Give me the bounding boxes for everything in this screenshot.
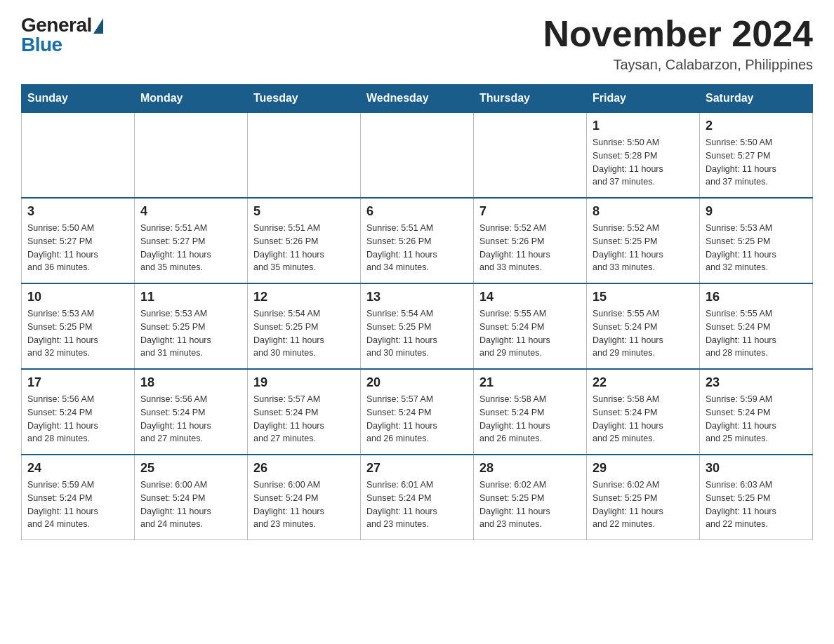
day-info: Sunrise: 5:59 AM Sunset: 5:24 PM Dayligh… [706, 393, 807, 445]
logo: General Blue [21, 14, 103, 56]
day-number: 17 [27, 375, 128, 390]
cell-content: 7Sunrise: 5:52 AM Sunset: 5:26 PM Daylig… [479, 204, 581, 274]
weekday-header-wednesday: Wednesday [361, 85, 474, 113]
cell-content: 4Sunrise: 5:51 AM Sunset: 5:27 PM Daylig… [140, 204, 241, 274]
cell-content: 20Sunrise: 5:57 AM Sunset: 5:24 PM Dayli… [366, 375, 468, 445]
day-number: 4 [140, 204, 241, 219]
weekday-header-saturday: Saturday [700, 85, 813, 113]
cell-content: 8Sunrise: 5:52 AM Sunset: 5:25 PM Daylig… [593, 204, 694, 274]
day-number: 23 [706, 375, 807, 390]
calendar-cell: 13Sunrise: 5:54 AM Sunset: 5:25 PM Dayli… [361, 283, 474, 369]
logo-triangle-icon [93, 18, 103, 34]
calendar-cell: 1Sunrise: 5:50 AM Sunset: 5:28 PM Daylig… [587, 112, 700, 198]
day-info: Sunrise: 5:50 AM Sunset: 5:28 PM Dayligh… [593, 136, 694, 189]
cell-content: 16Sunrise: 5:55 AM Sunset: 5:24 PM Dayli… [706, 290, 807, 360]
day-number: 6 [366, 204, 468, 219]
day-number: 2 [706, 119, 807, 133]
day-info: Sunrise: 6:00 AM Sunset: 5:24 PM Dayligh… [140, 478, 241, 531]
day-number: 24 [27, 461, 128, 476]
day-info: Sunrise: 5:51 AM Sunset: 5:26 PM Dayligh… [366, 222, 468, 274]
calendar-cell: 2Sunrise: 5:50 AM Sunset: 5:27 PM Daylig… [700, 112, 813, 198]
day-info: Sunrise: 5:55 AM Sunset: 5:24 PM Dayligh… [479, 307, 581, 360]
day-number: 14 [479, 290, 581, 304]
day-info: Sunrise: 5:55 AM Sunset: 5:24 PM Dayligh… [706, 307, 807, 360]
day-number: 1 [593, 119, 694, 133]
calendar-cell: 5Sunrise: 5:51 AM Sunset: 5:26 PM Daylig… [248, 198, 361, 283]
calendar-cell: 15Sunrise: 5:55 AM Sunset: 5:24 PM Dayli… [587, 283, 700, 369]
day-info: Sunrise: 5:50 AM Sunset: 5:27 PM Dayligh… [706, 136, 807, 189]
calendar-cell: 23Sunrise: 5:59 AM Sunset: 5:24 PM Dayli… [700, 369, 813, 455]
calendar-cell [22, 112, 135, 198]
day-number: 27 [366, 461, 468, 476]
cell-content: 12Sunrise: 5:54 AM Sunset: 5:25 PM Dayli… [253, 290, 355, 360]
day-number: 19 [253, 375, 355, 390]
day-info: Sunrise: 5:53 AM Sunset: 5:25 PM Dayligh… [706, 222, 807, 274]
cell-content: 14Sunrise: 5:55 AM Sunset: 5:24 PM Dayli… [479, 290, 581, 360]
day-info: Sunrise: 5:51 AM Sunset: 5:27 PM Dayligh… [140, 222, 241, 274]
day-info: Sunrise: 6:02 AM Sunset: 5:25 PM Dayligh… [593, 478, 694, 531]
day-info: Sunrise: 5:53 AM Sunset: 5:25 PM Dayligh… [27, 307, 128, 360]
day-number: 11 [140, 290, 241, 304]
day-info: Sunrise: 6:00 AM Sunset: 5:24 PM Dayligh… [253, 478, 355, 531]
calendar-table: SundayMondayTuesdayWednesdayThursdayFrid… [21, 84, 813, 540]
cell-content: 6Sunrise: 5:51 AM Sunset: 5:26 PM Daylig… [366, 204, 468, 274]
title-area: November 2024 Taysan, Calabarzon, Philip… [543, 14, 813, 73]
calendar-cell: 20Sunrise: 5:57 AM Sunset: 5:24 PM Dayli… [361, 369, 474, 455]
month-title: November 2024 [543, 14, 813, 54]
weekday-header-monday: Monday [135, 85, 248, 113]
cell-content: 11Sunrise: 5:53 AM Sunset: 5:25 PM Dayli… [140, 290, 241, 360]
day-number: 13 [366, 290, 468, 304]
day-info: Sunrise: 5:54 AM Sunset: 5:25 PM Dayligh… [253, 307, 355, 360]
day-number: 7 [479, 204, 581, 219]
day-number: 28 [479, 461, 581, 476]
calendar-cell: 21Sunrise: 5:58 AM Sunset: 5:24 PM Dayli… [474, 369, 587, 455]
calendar-cell: 28Sunrise: 6:02 AM Sunset: 5:25 PM Dayli… [474, 455, 587, 540]
day-number: 30 [706, 461, 807, 476]
calendar-cell: 24Sunrise: 5:59 AM Sunset: 5:24 PM Dayli… [22, 455, 135, 540]
day-number: 12 [253, 290, 355, 304]
day-number: 16 [706, 290, 807, 304]
calendar-cell: 14Sunrise: 5:55 AM Sunset: 5:24 PM Dayli… [474, 283, 587, 369]
cell-content: 27Sunrise: 6:01 AM Sunset: 5:24 PM Dayli… [366, 461, 468, 531]
day-info: Sunrise: 5:51 AM Sunset: 5:26 PM Dayligh… [253, 222, 355, 274]
cell-content: 24Sunrise: 5:59 AM Sunset: 5:24 PM Dayli… [27, 461, 128, 531]
day-info: Sunrise: 5:52 AM Sunset: 5:25 PM Dayligh… [593, 222, 694, 274]
calendar-cell: 8Sunrise: 5:52 AM Sunset: 5:25 PM Daylig… [587, 198, 700, 283]
calendar-week-4: 17Sunrise: 5:56 AM Sunset: 5:24 PM Dayli… [22, 369, 813, 455]
calendar-cell: 27Sunrise: 6:01 AM Sunset: 5:24 PM Dayli… [361, 455, 474, 540]
day-number: 21 [479, 375, 581, 390]
calendar-week-1: 1Sunrise: 5:50 AM Sunset: 5:28 PM Daylig… [22, 112, 813, 198]
day-info: Sunrise: 5:58 AM Sunset: 5:24 PM Dayligh… [593, 393, 694, 445]
cell-content: 5Sunrise: 5:51 AM Sunset: 5:26 PM Daylig… [253, 204, 355, 274]
day-info: Sunrise: 5:57 AM Sunset: 5:24 PM Dayligh… [366, 393, 468, 445]
weekday-header-thursday: Thursday [474, 85, 587, 113]
cell-content: 2Sunrise: 5:50 AM Sunset: 5:27 PM Daylig… [706, 119, 807, 189]
cell-content: 21Sunrise: 5:58 AM Sunset: 5:24 PM Dayli… [479, 375, 581, 445]
calendar-week-5: 24Sunrise: 5:59 AM Sunset: 5:24 PM Dayli… [22, 455, 813, 540]
calendar-cell: 11Sunrise: 5:53 AM Sunset: 5:25 PM Dayli… [135, 283, 248, 369]
day-info: Sunrise: 5:59 AM Sunset: 5:24 PM Dayligh… [27, 478, 128, 531]
cell-content: 17Sunrise: 5:56 AM Sunset: 5:24 PM Dayli… [27, 375, 128, 445]
day-number: 10 [27, 290, 128, 304]
calendar-cell [135, 112, 248, 198]
calendar-cell: 12Sunrise: 5:54 AM Sunset: 5:25 PM Dayli… [248, 283, 361, 369]
day-info: Sunrise: 5:52 AM Sunset: 5:26 PM Dayligh… [479, 222, 581, 274]
cell-content: 3Sunrise: 5:50 AM Sunset: 5:27 PM Daylig… [27, 204, 128, 274]
day-info: Sunrise: 5:50 AM Sunset: 5:27 PM Dayligh… [27, 222, 128, 274]
calendar-cell: 3Sunrise: 5:50 AM Sunset: 5:27 PM Daylig… [22, 198, 135, 283]
calendar-cell [474, 112, 587, 198]
day-number: 22 [593, 375, 694, 390]
calendar-cell: 26Sunrise: 6:00 AM Sunset: 5:24 PM Dayli… [248, 455, 361, 540]
weekday-header-friday: Friday [587, 85, 700, 113]
day-info: Sunrise: 5:58 AM Sunset: 5:24 PM Dayligh… [479, 393, 581, 445]
calendar-cell: 10Sunrise: 5:53 AM Sunset: 5:25 PM Dayli… [22, 283, 135, 369]
day-info: Sunrise: 6:03 AM Sunset: 5:25 PM Dayligh… [706, 478, 807, 531]
calendar-cell: 19Sunrise: 5:57 AM Sunset: 5:24 PM Dayli… [248, 369, 361, 455]
calendar-cell: 17Sunrise: 5:56 AM Sunset: 5:24 PM Dayli… [22, 369, 135, 455]
cell-content: 30Sunrise: 6:03 AM Sunset: 5:25 PM Dayli… [706, 461, 807, 531]
logo-blue-text: Blue [21, 34, 62, 56]
cell-content: 13Sunrise: 5:54 AM Sunset: 5:25 PM Dayli… [366, 290, 468, 360]
day-info: Sunrise: 5:53 AM Sunset: 5:25 PM Dayligh… [140, 307, 241, 360]
cell-content: 9Sunrise: 5:53 AM Sunset: 5:25 PM Daylig… [706, 204, 807, 274]
calendar-cell [361, 112, 474, 198]
